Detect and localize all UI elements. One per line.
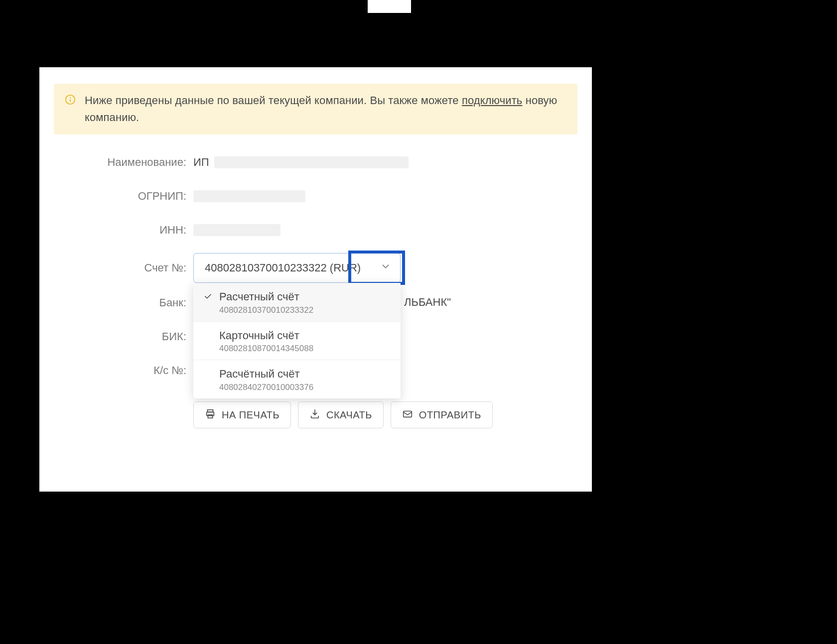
label-ogrnip: ОГРНИП: xyxy=(54,190,193,203)
action-buttons: НА ПЕЧАТЬ СКАЧАТЬ ОТПРАВ xyxy=(193,401,577,428)
svg-rect-1 xyxy=(70,99,71,102)
company-details-panel: Ниже приведены данные по вашей текущей к… xyxy=(39,67,592,492)
mail-icon xyxy=(402,408,413,422)
account-option[interactable]: Расчетный счёт 40802810370010233322 xyxy=(193,283,401,321)
svg-rect-6 xyxy=(404,411,412,417)
label-inn: ИНН: xyxy=(54,224,193,237)
value-name-prefix: ИП xyxy=(193,156,209,169)
value-inn-redacted xyxy=(193,224,280,236)
print-button-label: НА ПЕЧАТЬ xyxy=(222,409,279,421)
account-select[interactable]: 40802810370010233322 (RUR) xyxy=(193,253,401,283)
account-select-wrap: 40802810370010233322 (RUR) ЛЬБАНК" xyxy=(193,253,401,283)
connect-company-link[interactable]: подключить xyxy=(462,94,523,107)
download-button-label: СКАЧАТЬ xyxy=(326,409,372,421)
top-notch xyxy=(368,0,411,13)
info-banner: Ниже приведены данные по вашей текущей к… xyxy=(54,84,577,134)
account-option-texts: Расчетный счёт 40802810370010233322 xyxy=(219,290,313,315)
row-account: Счет №: 40802810370010233322 (RUR) ЛЬБАН… xyxy=(54,253,577,283)
account-option-texts: Расчётный счёт 40802840270010003376 xyxy=(219,367,313,392)
printer-icon xyxy=(205,408,216,422)
row-inn: ИНН: xyxy=(54,216,577,244)
label-bik: БИК: xyxy=(54,330,193,343)
value-account: 40802810370010233322 (RUR) ЛЬБАНК" xyxy=(193,253,401,283)
check-icon xyxy=(202,290,213,301)
account-option-title: Расчётный счёт xyxy=(219,367,313,382)
label-bank: Банк: xyxy=(54,296,193,309)
company-form: Наименование: ИП ОГРНИП: ИНН: Счет №: xyxy=(54,148,577,428)
svg-rect-5 xyxy=(208,415,212,418)
account-option-sub: 40802810870014345088 xyxy=(219,344,313,354)
bank-value-tail: ЛЬБАНК" xyxy=(404,296,451,309)
svg-rect-2 xyxy=(70,97,71,98)
account-option-title: Карточный счёт xyxy=(219,329,313,343)
value-name: ИП xyxy=(193,156,409,169)
value-ogrnip-redacted xyxy=(193,190,305,202)
account-option-title: Расчетный счёт xyxy=(219,290,313,304)
value-inn xyxy=(193,224,280,236)
download-icon xyxy=(309,408,320,422)
account-select-value: 40802810370010233322 (RUR) xyxy=(205,261,361,274)
account-option[interactable]: Карточный счёт 40802810870014345088 xyxy=(193,321,401,360)
info-banner-text: Ниже приведены данные по вашей текущей к… xyxy=(85,92,566,126)
account-option-sub: 40802840270010003376 xyxy=(219,383,313,392)
account-option-texts: Карточный счёт 40802810870014345088 xyxy=(219,329,313,354)
send-button[interactable]: ОТПРАВИТЬ xyxy=(391,401,493,428)
label-name: Наименование: xyxy=(54,156,193,169)
print-button[interactable]: НА ПЕЧАТЬ xyxy=(193,401,291,428)
info-banner-text-before: Ниже приведены данные по вашей текущей к… xyxy=(85,94,462,107)
label-account: Счет №: xyxy=(54,261,193,274)
label-ks: К/с №: xyxy=(54,364,193,377)
chevron-down-icon xyxy=(380,261,391,275)
account-option[interactable]: Расчётный счёт 40802840270010003376 xyxy=(193,360,401,398)
row-name: Наименование: ИП xyxy=(54,148,577,176)
account-option-sub: 40802810370010233322 xyxy=(219,305,313,315)
info-icon xyxy=(65,93,76,110)
send-button-label: ОТПРАВИТЬ xyxy=(419,409,481,421)
value-name-redacted xyxy=(214,156,409,168)
row-ogrnip: ОГРНИП: xyxy=(54,182,577,210)
account-dropdown: Расчетный счёт 40802810370010233322 Карт… xyxy=(193,283,401,398)
value-ogrnip xyxy=(193,190,305,202)
download-button[interactable]: СКАЧАТЬ xyxy=(298,401,384,428)
